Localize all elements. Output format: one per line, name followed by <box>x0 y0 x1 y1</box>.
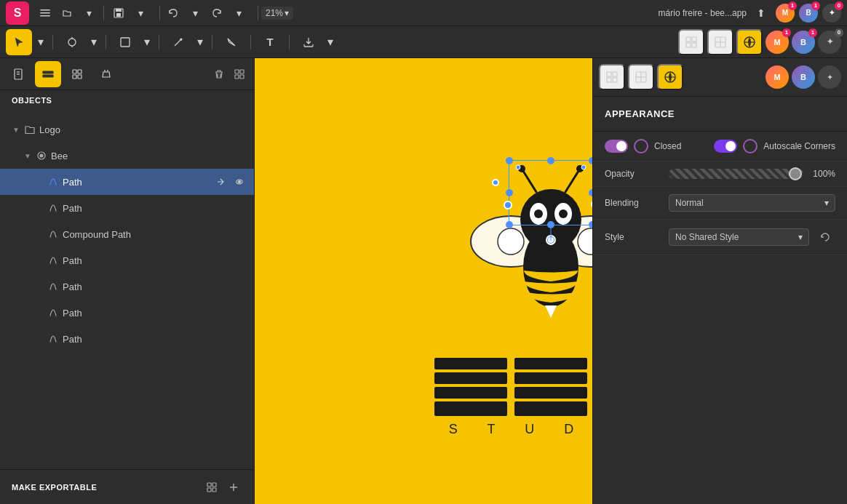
frame-dropdown[interactable]: ▾ <box>141 29 153 55</box>
separator-2 <box>159 6 160 20</box>
export-dropdown[interactable]: ▾ <box>325 29 336 55</box>
export-settings-button[interactable] <box>203 479 220 496</box>
svg-rect-9 <box>121 38 130 47</box>
path-icon-1 <box>48 177 58 187</box>
right-stars[interactable]: ✦ <box>818 65 841 89</box>
closed-circle[interactable] <box>634 139 648 153</box>
svg-rect-62 <box>434 387 507 399</box>
delete-object-button[interactable] <box>210 65 228 83</box>
save-button[interactable] <box>108 3 129 23</box>
tree-item-logo[interactable]: ▼ Logo <box>0 116 254 143</box>
select-tool[interactable] <box>6 29 32 55</box>
style-select[interactable]: No Shared Style ▾ <box>669 228 809 246</box>
group-object-button[interactable] <box>231 65 248 83</box>
svg-rect-38 <box>212 488 216 492</box>
svg-point-57 <box>559 209 568 218</box>
svg-rect-28 <box>240 70 244 73</box>
undo-dropdown[interactable]: ▾ <box>185 3 205 23</box>
refresh-style-button[interactable] <box>815 227 835 247</box>
text-tool[interactable]: T <box>257 29 283 55</box>
tree-label-bee: Bee <box>51 151 248 161</box>
add-export-button[interactable] <box>225 479 242 496</box>
frame-tool[interactable] <box>112 29 138 55</box>
svg-rect-35 <box>207 483 211 487</box>
tree-label-path-1: Path <box>63 177 207 188</box>
menu-button[interactable] <box>35 3 55 23</box>
app-logo[interactable]: S <box>6 1 29 25</box>
user-avatar-1[interactable]: M 1 <box>776 4 795 23</box>
transform-tool[interactable] <box>678 29 704 55</box>
svg-line-51 <box>565 169 580 192</box>
tree-item-path-2[interactable]: ▶ Path <box>0 195 254 221</box>
share-button[interactable]: ⬆ <box>751 3 771 23</box>
svg-rect-67 <box>514 401 587 416</box>
left-tabs <box>0 58 254 90</box>
svg-point-6 <box>68 39 76 46</box>
opacity-thumb <box>789 167 802 180</box>
tree-item-path-6[interactable]: ▶ Path <box>0 326 254 352</box>
canvas-area[interactable]: Lorem Ipsum <box>255 58 847 504</box>
user-avatar-2[interactable]: B 1 <box>799 4 818 23</box>
svg-rect-30 <box>240 75 244 79</box>
closed-knob <box>616 141 627 151</box>
visibility-button[interactable] <box>231 173 248 191</box>
tree-item-bee[interactable]: ▼ Bee <box>0 143 254 169</box>
zoom-control[interactable]: 21% ▾ <box>261 7 293 20</box>
open-button[interactable] <box>57 3 77 23</box>
tab-assets[interactable] <box>64 61 90 87</box>
stars-avatar[interactable]: ✦ 0 <box>822 4 841 23</box>
tab-pages[interactable] <box>6 61 32 87</box>
svg-rect-0 <box>40 9 50 11</box>
save-dropdown[interactable]: ▾ <box>130 3 151 23</box>
second-toolbar: ▾ ▾ ▾ ▾ T ▾ M 1 <box>0 26 847 58</box>
right-appearance-btn[interactable] <box>657 64 683 90</box>
align-button[interactable] <box>59 29 85 55</box>
blending-select[interactable]: Normal ▾ <box>669 194 835 212</box>
opacity-slider[interactable] <box>669 169 803 179</box>
align-dropdown[interactable]: ▾ <box>88 29 100 55</box>
tree-item-path-4[interactable]: ▶ Path <box>0 273 254 300</box>
collab-avatar-1[interactable]: M 1 <box>766 31 789 54</box>
grid-tool[interactable] <box>707 29 733 55</box>
pen-dropdown[interactable]: ▾ <box>194 29 206 55</box>
tree-item-path-3[interactable]: ▶ Path <box>0 247 254 273</box>
tree-item-path-1[interactable]: ▶ Path <box>0 169 254 195</box>
appearance-tool[interactable] <box>736 29 763 55</box>
svg-rect-25 <box>73 75 76 79</box>
autoscale-circle[interactable] <box>743 139 757 153</box>
tree-item-compound[interactable]: ▶ Compound Path <box>0 221 254 247</box>
collab-avatar-2[interactable]: B 1 <box>792 31 815 54</box>
tree-label-path-4: Path <box>63 281 248 292</box>
separator <box>103 6 104 20</box>
appearance-title: APPEARANCE <box>605 108 675 119</box>
tab-plugins[interactable] <box>93 61 119 87</box>
knife-tool[interactable] <box>218 29 244 55</box>
separator-3 <box>258 6 258 20</box>
export-tool[interactable] <box>295 29 322 55</box>
tab-layers[interactable] <box>35 61 61 87</box>
move-to-button[interactable] <box>212 173 229 191</box>
svg-rect-10 <box>686 37 691 41</box>
left-panel: OBJECTS ▼ Logo ▼ Bee ▶ Path <box>0 58 255 504</box>
right-grid-btn[interactable] <box>628 64 654 90</box>
autoscale-toggle[interactable] <box>714 140 737 153</box>
closed-autoscale-row: Closed Autoscale Corners <box>593 132 847 161</box>
tree-item-path-5[interactable]: ▶ Path <box>0 300 254 326</box>
right-transform-btn[interactable] <box>599 64 625 90</box>
svg-point-45 <box>498 228 524 255</box>
svg-rect-27 <box>235 70 239 73</box>
stars-btn[interactable]: ✦ 0 <box>818 31 841 54</box>
closed-toggle[interactable] <box>605 140 628 153</box>
tree-label-path-2: Path <box>63 203 248 214</box>
undo-button[interactable] <box>163 3 183 23</box>
pen-tool[interactable] <box>165 29 191 55</box>
right-avatar-2[interactable]: B <box>792 65 815 89</box>
select-dropdown[interactable]: ▾ <box>35 29 47 55</box>
objects-panel[interactable]: ▼ Logo ▼ Bee ▶ Path <box>0 111 254 469</box>
bottom-panel: MAKE EXPORTABLE <box>0 469 254 504</box>
open-dropdown[interactable]: ▾ <box>79 3 99 23</box>
redo-button[interactable] <box>207 3 227 23</box>
redo-dropdown[interactable]: ▾ <box>228 3 249 23</box>
right-avatar-1[interactable]: M <box>766 65 789 89</box>
opacity-label: Opacity <box>605 169 663 179</box>
